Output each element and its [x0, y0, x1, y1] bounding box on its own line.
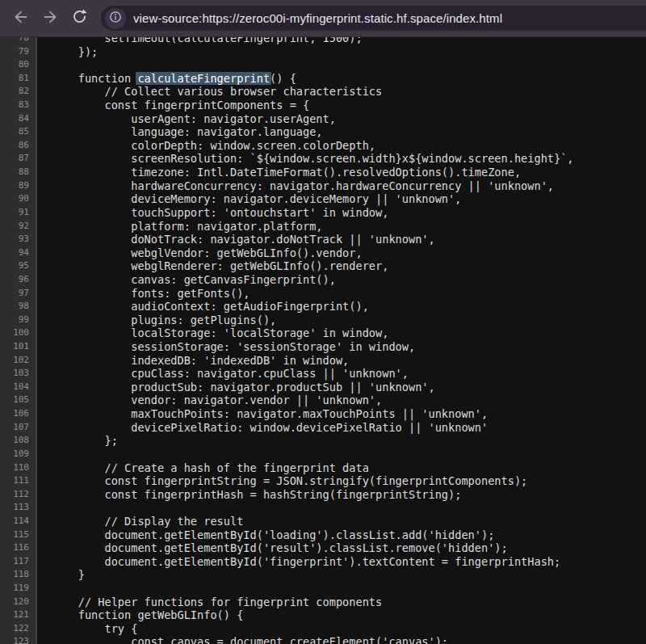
code-line: 97 fonts: getFonts(), [0, 287, 646, 301]
code-text: userAgent: navigator.userAgent, [37, 112, 646, 126]
info-icon [108, 10, 123, 27]
line-number: 93 [0, 233, 37, 246]
line-number: 101 [0, 340, 37, 354]
line-number: 104 [0, 381, 37, 394]
code-text: document.getElementById('result').classL… [37, 541, 646, 555]
code-line: 96 canvas: getCanvasFingerprint(), [0, 273, 646, 287]
code-text: }; [37, 434, 646, 448]
line-number: 102 [0, 354, 37, 368]
page-info-button[interactable] [105, 8, 126, 29]
line-number: 116 [0, 541, 37, 555]
code-line: 92 platform: navigator.platform, [0, 220, 646, 234]
code-text: webglRenderer: getWebGLInfo().renderer, [37, 259, 646, 273]
code-line: 87 screenResolution: `${window.screen.wi… [0, 152, 646, 166]
line-number: 114 [0, 515, 37, 528]
code-line: 99 plugins: getPlugins(), [0, 314, 646, 327]
code-text: // Display the result [37, 515, 646, 528]
line-number: 78 [0, 37, 37, 45]
url-text: view-source:https://zeroc00i-myfingerpri… [133, 11, 502, 25]
line-number: 105 [0, 394, 37, 407]
line-number: 87 [0, 152, 37, 166]
line-number: 81 [0, 72, 37, 86]
code-text: document.getElementById('fingerprint').t… [37, 555, 646, 569]
line-number: 79 [0, 45, 37, 59]
code-text: document.getElementById('loading').class… [37, 528, 646, 542]
line-number: 110 [0, 461, 37, 475]
reload-button[interactable] [65, 4, 94, 33]
line-number: 115 [0, 528, 37, 542]
code-text: deviceMemory: navigator.deviceMemory || … [37, 192, 646, 206]
address-bar[interactable]: view-source:https://zeroc00i-myfingerpri… [101, 6, 646, 31]
line-number: 112 [0, 488, 37, 502]
code-line: 109 [0, 448, 646, 461]
line-number: 96 [0, 273, 37, 287]
code-text: const fingerprintComponents = { [37, 99, 646, 112]
code-text: productSub: navigator.productSub || 'unk… [37, 381, 646, 394]
code-line: 117 document.getElementById('fingerprint… [0, 555, 646, 569]
line-number: 95 [0, 259, 37, 273]
line-number: 113 [0, 501, 37, 515]
line-number: 91 [0, 206, 37, 220]
code-lines: 78 setTimeout(calculateFingerprint, 1500… [0, 37, 646, 644]
code-line: 95 webglRenderer: getWebGLInfo().rendere… [0, 259, 646, 273]
code-line: 81 function calculateFingerprint() { [0, 72, 646, 86]
code-text [37, 501, 646, 515]
line-number: 120 [0, 596, 37, 609]
code-line: 119 [0, 582, 646, 596]
back-button[interactable] [6, 4, 36, 33]
code-line: 86 colorDepth: window.screen.colorDepth, [0, 139, 646, 153]
code-line: 112 const fingerprintHash = hashString(f… [0, 488, 646, 502]
line-number: 100 [0, 326, 37, 340]
code-line: 90 deviceMemory: navigator.deviceMemory … [0, 192, 646, 206]
code-line: 88 timezone: Intl.DateTimeFormat().resol… [0, 166, 646, 179]
line-number: 83 [0, 99, 37, 112]
code-line: 110 // Create a hash of the fingerprint … [0, 461, 646, 475]
line-number: 122 [0, 622, 37, 636]
code-text: hardwareConcurrency: navigator.hardwareC… [37, 179, 646, 193]
browser-toolbar: view-source:https://zeroc00i-myfingerpri… [0, 0, 646, 37]
code-line: 89 hardwareConcurrency: navigator.hardwa… [0, 179, 646, 193]
line-number: 111 [0, 474, 37, 488]
code-text: function getWebGLInfo() { [37, 608, 646, 622]
code-line: 106 maxTouchPoints: navigator.maxTouchPo… [0, 407, 646, 421]
code-text: canvas: getCanvasFingerprint(), [37, 273, 646, 287]
code-text: setTimeout(calculateFingerprint, 1500); [37, 37, 646, 45]
code-line: 104 productSub: navigator.productSub || … [0, 381, 646, 394]
line-number: 106 [0, 407, 37, 421]
code-text: audioContext: getAudioFingerprint(), [37, 300, 646, 314]
code-text: localStorage: 'localStorage' in window, [37, 326, 646, 340]
code-text: indexedDB: 'indexedDB' in window, [37, 354, 646, 368]
code-text: timezone: Intl.DateTimeFormat().resolved… [37, 166, 646, 179]
line-number: 80 [0, 58, 37, 72]
code-text: cpuClass: navigator.cpuClass || 'unknown… [37, 367, 646, 381]
line-number: 82 [0, 85, 37, 99]
line-number: 119 [0, 582, 37, 596]
code-line: 122 try { [0, 622, 646, 636]
code-text [37, 58, 646, 72]
code-line: 123 const canvas = document.createElemen… [0, 635, 646, 644]
code-text: const fingerprintString = JSON.stringify… [37, 474, 646, 488]
code-line: 108 }; [0, 434, 646, 448]
code-line: 113 [0, 501, 646, 515]
code-line: 103 cpuClass: navigator.cpuClass || 'unk… [0, 367, 646, 381]
code-line: 101 sessionStorage: 'sessionStorage' in … [0, 340, 646, 354]
line-number: 108 [0, 434, 37, 448]
forward-button[interactable] [36, 4, 65, 33]
reload-icon [71, 8, 88, 28]
code-text: webglVendor: getWebGLInfo().vendor, [37, 246, 646, 260]
code-text: doNotTrack: navigator.doNotTrack || 'unk… [37, 233, 646, 246]
line-number: 88 [0, 166, 37, 179]
code-text: // Collect various browser characteristi… [37, 85, 646, 99]
line-number: 109 [0, 448, 37, 461]
line-number: 98 [0, 300, 37, 314]
forward-arrow-icon [41, 8, 59, 29]
code-text: function calculateFingerprint() { [37, 72, 646, 86]
line-number: 99 [0, 314, 37, 327]
code-text: const canvas = document.createElement('c… [37, 635, 646, 644]
code-line: 82 // Collect various browser characteri… [0, 85, 646, 99]
code-text: sessionStorage: 'sessionStorage' in wind… [37, 340, 646, 354]
code-text: }); [37, 45, 646, 59]
code-text: vendor: navigator.vendor || 'unknown', [37, 394, 646, 407]
find-highlight: calculateFingerprint [137, 72, 270, 85]
code-text: fonts: getFonts(), [37, 287, 646, 301]
